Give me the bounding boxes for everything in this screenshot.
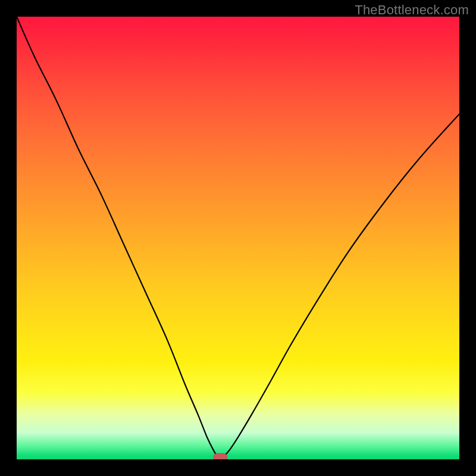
curve-svg	[17, 17, 459, 459]
plot-area	[17, 17, 459, 459]
watermark-text: TheBottleneck.com	[355, 2, 469, 18]
bottleneck-curve	[17, 17, 459, 458]
outer-frame: TheBottleneck.com	[0, 0, 476, 476]
optimum-marker	[214, 453, 227, 459]
